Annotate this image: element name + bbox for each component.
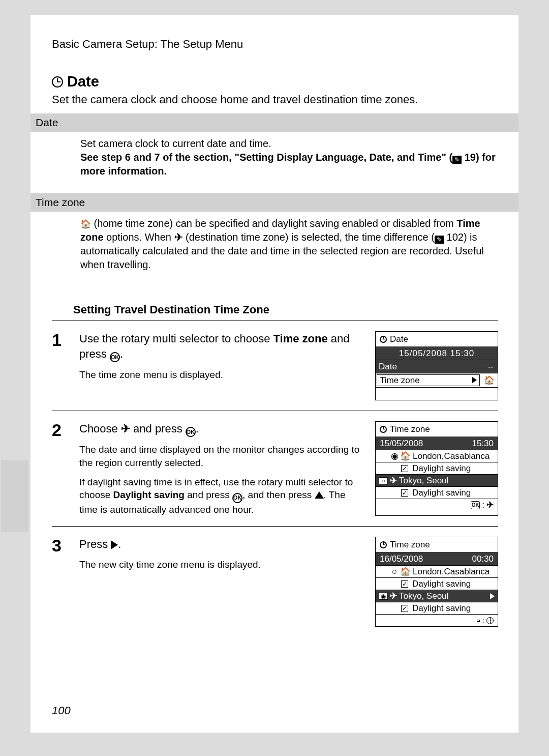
step-text: Press . The new city time zone menu is d… <box>79 537 366 627</box>
book-ref-icon: ✎ <box>435 236 444 244</box>
lcd-footer: : <box>376 615 498 626</box>
step-2: 2 Choose ✈ and press OK. The date and ti… <box>52 411 498 527</box>
book-ref-icon: ✎ <box>452 156 462 164</box>
date-line2: See step 6 and 7 of the section, "Settin… <box>80 151 497 178</box>
plane-icon: ✈ <box>121 422 130 435</box>
side-tab <box>1 460 28 532</box>
plane-icon: ✈ <box>174 231 183 243</box>
lcd-footer: OK:✈ <box>376 499 498 511</box>
radio-off-icon: ○ <box>379 477 388 484</box>
intro-text: Set the camera clock and choose home and… <box>30 90 518 106</box>
lcd-row-date: Date -- <box>376 360 498 373</box>
step-sub: The new city time zone menu is displayed… <box>79 558 366 571</box>
clock-icon <box>380 336 387 343</box>
checkbox-icon: ✓ <box>401 489 408 497</box>
lcd-row-ds2: ✓Daylight saving <box>376 487 498 499</box>
step-sub: The time zone menu is displayed. <box>79 368 366 382</box>
home-icon: 🏠 <box>400 567 411 576</box>
title-text: Date <box>67 73 99 90</box>
radio-on-icon: ◉ <box>391 452 398 460</box>
radio-off-icon: ○ <box>391 567 398 576</box>
step-3: 3 Press . The new city time zone menu is… <box>52 527 498 637</box>
lcd-step1: Date 15/05/2008 15:30 Date -- Time zone … <box>375 331 498 400</box>
ok-icon: OK <box>232 493 242 503</box>
step-title: Use the rotary multi selector to choose … <box>79 331 366 362</box>
plane-icon: ✈ <box>390 592 397 600</box>
step-text: Choose ✈ and press OK. The date and time… <box>79 421 366 516</box>
table-body-timezone: 🏠 (home time zone) can be specified and … <box>30 212 518 280</box>
clock-icon <box>52 76 63 88</box>
lcd-datetime: 16/05/200800:30 <box>376 552 498 566</box>
lcd-row-timezone: Time zone 🏠 <box>376 373 498 388</box>
right-arrow-icon <box>111 540 118 549</box>
home-icon: 🏠 <box>481 376 498 385</box>
step-sub: If daylight saving time is in effect, us… <box>79 476 366 516</box>
chevron-right-icon <box>472 376 477 385</box>
step-number: 2 <box>52 421 70 516</box>
clock-icon <box>380 426 387 433</box>
plane-icon: ✈ <box>486 501 494 509</box>
date-line1: Set camera clock to current date and tim… <box>80 137 497 151</box>
right-arrow-icon <box>477 620 480 622</box>
step-title: Press . <box>79 537 366 552</box>
lcd-datetime: 15/05/2008 15:30 <box>376 346 498 360</box>
plane-icon: ✈ <box>390 476 397 485</box>
checkbox-icon: ✓ <box>401 605 408 612</box>
step-number: 3 <box>52 537 70 627</box>
lcd-datetime: 15/05/200815:30 <box>376 437 498 450</box>
step-1: 1 Use the rotary multi selector to choos… <box>52 321 498 411</box>
lcd-step2: Time zone 15/05/200815:30 ◉ 🏠London,Casa… <box>375 421 498 516</box>
lcd-row-ds2: ✓Daylight saving <box>376 602 498 615</box>
ok-icon: OK <box>110 352 120 362</box>
home-icon: 🏠 <box>80 219 91 229</box>
lcd-row-ds1: ✓Daylight saving <box>376 578 498 590</box>
lcd-row-ds1: ✓Daylight saving <box>376 462 498 475</box>
globe-icon <box>486 617 494 624</box>
step-text: Use the rotary multi selector to choose … <box>79 331 366 400</box>
chevron-right-icon <box>490 593 495 599</box>
lcd-step3: Time zone 16/05/200800:30 ○ 🏠London,Casa… <box>375 537 498 627</box>
up-arrow-icon <box>315 491 324 499</box>
home-icon: 🏠 <box>400 452 411 460</box>
clock-icon <box>380 541 387 548</box>
page-title: Date <box>30 51 518 90</box>
breadcrumb: Basic Camera Setup: The Setup Menu <box>30 15 518 51</box>
step-sub: The date and time displayed on the monit… <box>79 443 366 469</box>
page-number: 100 <box>52 704 71 717</box>
steps: 1 Use the rotary multi selector to choos… <box>30 321 518 637</box>
checkbox-icon: ✓ <box>401 580 408 588</box>
ok-icon: OK <box>186 427 196 437</box>
radio-on-icon: ◉ <box>379 593 388 600</box>
ok-icon: OK <box>471 501 480 509</box>
step-number: 1 <box>52 331 70 400</box>
lcd-row-dest: ◉✈Tokyo, Seoul <box>376 590 498 602</box>
table-head-date: Date <box>30 113 518 132</box>
lcd-row-home: ◉ 🏠London,Casablanca <box>376 450 498 462</box>
checkbox-icon: ✓ <box>401 465 408 472</box>
step-title: Choose ✈ and press OK. <box>79 421 366 437</box>
page: Basic Camera Setup: The Setup Menu Date … <box>30 15 518 733</box>
lcd-row-dest: ○✈Tokyo, Seoul <box>376 475 498 487</box>
table-body-date: Set camera clock to current date and tim… <box>30 132 518 186</box>
table-head-timezone: Time zone <box>30 193 518 212</box>
lcd-row-home: ○ 🏠London,Casablanca <box>376 566 498 578</box>
section-heading: Setting Travel Destination Time Zone <box>52 280 498 321</box>
